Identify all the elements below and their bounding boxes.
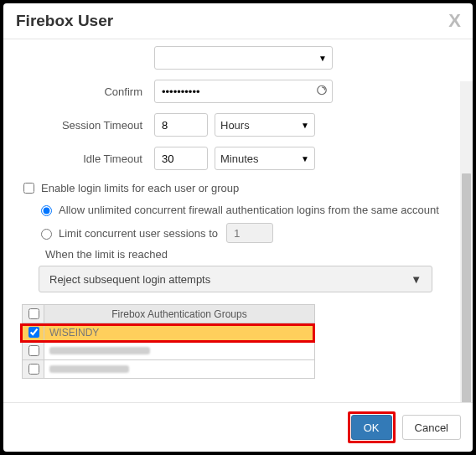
limit-action-value: Reject subsequent login attempts <box>49 273 210 286</box>
ok-button[interactable]: OK <box>351 415 392 440</box>
enable-limits-row[interactable]: Enable login limits for each user or gro… <box>20 180 454 196</box>
unknown-select[interactable]: ▼ <box>154 46 333 70</box>
session-timeout-unit-select[interactable]: Hours ▼ <box>215 113 315 137</box>
dialog-header: Firebox User X <box>3 3 473 30</box>
chevron-down-icon: ▼ <box>318 54 327 63</box>
limit-reached-label: When the limit is reached <box>45 248 454 261</box>
row-checkbox[interactable] <box>28 345 39 356</box>
confirm-label: Confirm <box>12 85 154 98</box>
enable-limits-checkbox[interactable] <box>23 183 34 194</box>
dialog-footer: OK Cancel <box>3 403 473 452</box>
dialog-title: Firebox User <box>16 12 113 29</box>
idle-unit-value: Minutes <box>220 153 259 165</box>
firebox-user-dialog: Firebox User X ▼ Confirm Session Timeout… <box>3 3 473 452</box>
allow-unlimited-radio[interactable] <box>41 205 52 216</box>
row-checkbox[interactable] <box>28 364 39 375</box>
select-all-checkbox[interactable] <box>28 308 39 319</box>
table-header-row: Firebox Authentication Groups <box>23 305 315 323</box>
limit-sessions-label: Limit concurrent user sessions to <box>59 227 218 240</box>
cancel-button[interactable]: Cancel <box>402 415 461 440</box>
chevron-down-icon: ▼ <box>301 154 309 163</box>
table-row[interactable]: WISEINDY <box>23 323 315 342</box>
limit-action-select[interactable]: Reject subsequent login attempts ▼ <box>39 266 432 292</box>
close-icon[interactable]: X <box>448 10 461 32</box>
session-timeout-row: Session Timeout Hours ▼ <box>12 113 454 137</box>
vertical-scrollbar[interactable] <box>460 81 473 403</box>
confirm-input[interactable] <box>154 80 333 103</box>
chevron-down-icon: ▼ <box>301 121 309 130</box>
table-row[interactable] <box>23 360 315 379</box>
idle-timeout-input[interactable] <box>154 147 208 170</box>
reveal-password-icon[interactable] <box>316 85 328 99</box>
confirm-row: Confirm <box>12 80 454 103</box>
table-row[interactable] <box>23 342 315 360</box>
enable-limits-label: Enable login limits for each user or gro… <box>41 182 239 194</box>
field-row-unknown: ▼ <box>12 46 454 70</box>
session-timeout-input[interactable] <box>154 113 208 137</box>
auth-groups-table: Firebox Authentication Groups WISEINDY <box>22 304 315 379</box>
idle-timeout-label: Idle Timeout <box>12 153 154 165</box>
group-name <box>44 342 315 360</box>
allow-unlimited-label: Allow unlimited concurrent firewall auth… <box>59 204 439 216</box>
scrollbar-thumb[interactable] <box>462 173 471 403</box>
allow-unlimited-row[interactable]: Allow unlimited concurrent firewall auth… <box>37 203 454 216</box>
idle-timeout-row: Idle Timeout Minutes ▼ <box>12 147 454 170</box>
group-name <box>44 360 315 379</box>
limit-sessions-radio[interactable] <box>41 229 52 240</box>
row-checkbox[interactable] <box>28 327 39 338</box>
select-all-header[interactable] <box>23 305 44 323</box>
group-name: WISEINDY <box>44 323 315 342</box>
chevron-down-icon: ▼ <box>411 273 422 286</box>
idle-timeout-unit-select[interactable]: Minutes ▼ <box>215 147 315 170</box>
limit-sessions-input <box>226 223 273 243</box>
groups-header: Firebox Authentication Groups <box>44 305 315 323</box>
highlight-annotation: OK <box>348 411 396 443</box>
session-timeout-label: Session Timeout <box>12 119 154 132</box>
dialog-body: ▼ Confirm Session Timeout Hours ▼ Idle T… <box>3 39 473 403</box>
limit-sessions-row[interactable]: Limit concurrent user sessions to <box>37 223 454 243</box>
session-unit-value: Hours <box>220 119 250 132</box>
